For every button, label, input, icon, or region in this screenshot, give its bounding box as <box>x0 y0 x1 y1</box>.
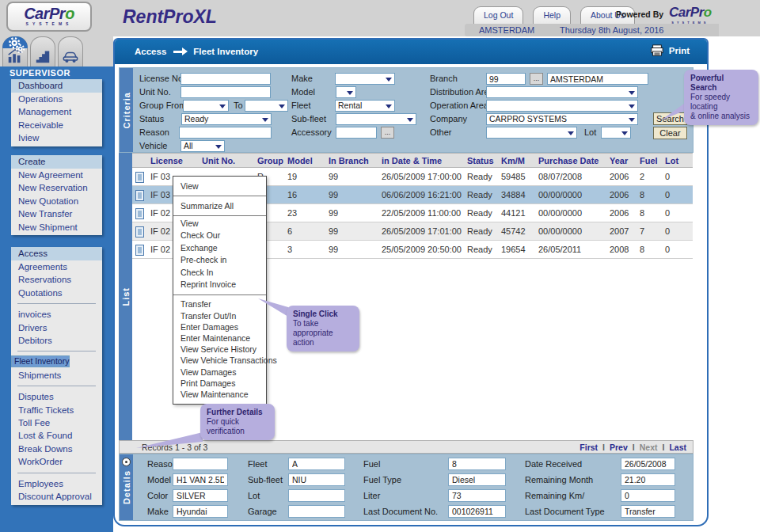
sidebar-item-employees[interactable]: Employees <box>11 477 102 490</box>
sidebar-item-new-transfer[interactable]: New Transfer <box>11 207 102 220</box>
detail-reason-value[interactable] <box>173 458 228 470</box>
detail-model-value[interactable] <box>173 473 228 486</box>
menu-item-enter-damages[interactable]: Enter Damages <box>173 321 266 332</box>
menu-item-reprint-invoice[interactable]: Reprint Invoice <box>173 279 266 291</box>
group-from-select[interactable] <box>183 100 229 112</box>
detail-lot-value[interactable] <box>288 489 345 502</box>
col-purchase-date[interactable]: Purchase Date <box>538 156 598 165</box>
model-select[interactable] <box>336 86 356 98</box>
menu-item-transfer[interactable]: Transfer <box>173 298 266 310</box>
detail-date-received-value[interactable] <box>621 458 675 470</box>
tab-settings[interactable] <box>2 36 28 48</box>
menu-item-transfer-out-in[interactable]: Transfer Out/In <box>173 310 266 321</box>
sidebar-item-traffic-tickets[interactable]: Traffic Tickets <box>11 404 102 416</box>
print-button[interactable]: Print <box>650 44 690 57</box>
sidebar-item-receivable[interactable]: Receivable <box>11 119 102 131</box>
sidebar-item-drivers[interactable]: Drivers <box>11 321 102 334</box>
detail-color-value[interactable] <box>173 489 228 502</box>
license-no-input[interactable] <box>180 73 271 85</box>
collapse-details-button[interactable] <box>122 458 131 466</box>
col-model[interactable]: Model <box>287 156 313 165</box>
pagination-last[interactable]: Last <box>669 443 686 452</box>
accessory-input[interactable] <box>336 127 377 139</box>
tab-statistics[interactable] <box>30 36 55 70</box>
sidebar-item-iview[interactable]: Iview <box>11 131 102 144</box>
menu-item-exchange[interactable]: Exchange <box>173 242 266 254</box>
sidebar-item-shipments[interactable]: Shipments <box>11 369 102 382</box>
detail-remaining-month-value[interactable] <box>621 473 675 486</box>
menu-item-view[interactable]: View <box>173 218 266 230</box>
sidebar-item-agreements[interactable]: Agreements <box>11 260 102 273</box>
pagination-prev[interactable]: Prev <box>610 443 628 452</box>
unit-no-input[interactable] <box>180 86 271 98</box>
vehicle-row-icon[interactable] <box>135 208 144 219</box>
branch-browse-button[interactable]: ... <box>530 73 543 85</box>
menu-item-pre-check-in[interactable]: Pre-check in <box>173 254 266 266</box>
menu-item-check-out[interactable]: Check Our <box>173 230 266 241</box>
vehicle-row-icon[interactable] <box>135 245 144 256</box>
tab-fleet[interactable] <box>58 36 83 70</box>
sidebar-item-new-shipment[interactable]: New Shipment <box>11 221 102 234</box>
sidebar-item-new-agreement[interactable]: New Agreement <box>11 169 102 181</box>
col-in-date-time[interactable]: in Date & Time <box>382 156 442 165</box>
fleet-select[interactable]: Rental <box>335 100 395 112</box>
menu-item-view-maintenance[interactable]: View Maintenance <box>173 389 266 400</box>
status-select[interactable]: Ready <box>181 113 272 125</box>
operation-area-select[interactable] <box>486 100 638 112</box>
sidebar-item-new-quotation[interactable]: New Quotation <box>11 195 102 207</box>
col-group[interactable]: Group <box>257 156 283 165</box>
lot-select[interactable] <box>601 127 631 139</box>
col-unit-no[interactable]: Unit No. <box>202 156 235 165</box>
pagination-first[interactable]: First <box>580 443 598 452</box>
menu-item-view-vehicle-transactions[interactable]: View Vehicle Transactions <box>173 355 266 366</box>
detail-garage-value[interactable] <box>288 505 345 518</box>
clear-button[interactable]: Clear <box>653 127 687 139</box>
sidebar-item-toll-fee[interactable]: Toll Fee <box>11 416 102 429</box>
sidebar-item-workorder[interactable]: WorkOrder <box>11 455 102 468</box>
col-status[interactable]: Status <box>467 156 494 165</box>
sidebar-item-reservations[interactable]: Reservations <box>11 273 102 286</box>
sidebar-item-invoices[interactable]: invoices <box>11 308 102 321</box>
col-in-branch[interactable]: In Branch <box>329 156 369 165</box>
detail-last-doc-no-value[interactable] <box>448 505 506 518</box>
branch-code-input[interactable] <box>486 73 526 85</box>
sidebar-item-management[interactable]: Management <box>11 105 102 118</box>
menu-item-summarize-all[interactable]: Summarize All <box>173 196 266 215</box>
sidebar-item-fleet-inventory[interactable]: Fleet Inventory <box>11 355 70 367</box>
sidebar-item-lost-found[interactable]: Lost & Found <box>11 429 102 442</box>
menu-item-print-damages[interactable]: Print Damages <box>173 378 266 389</box>
col-fuel[interactable]: Fuel <box>640 156 658 165</box>
menu-item-view-service-history[interactable]: View Service History <box>173 344 266 355</box>
company-select[interactable]: CARPRO SYSTEMS <box>486 113 638 125</box>
vehicle-select[interactable]: All <box>180 140 225 152</box>
logout-button[interactable]: Log Out <box>473 6 523 24</box>
detail-make-value[interactable] <box>173 505 228 518</box>
col-year[interactable]: Year <box>610 156 628 165</box>
sidebar-item-new-reservation[interactable]: New Reservation <box>11 181 102 194</box>
reason-input[interactable] <box>179 127 272 139</box>
other-select[interactable] <box>486 127 577 139</box>
sidebar-item-create[interactable]: Create <box>11 155 102 169</box>
branch-name-input[interactable] <box>547 73 648 85</box>
detail-liter-value[interactable] <box>448 489 506 502</box>
col-km[interactable]: Km/M <box>501 156 525 165</box>
group-to-select[interactable] <box>245 100 288 112</box>
subfleet-select[interactable] <box>336 113 416 125</box>
menu-item-view[interactable]: View <box>173 177 266 196</box>
sidebar-item-debitors[interactable]: Debitors <box>11 334 102 347</box>
accessory-browse-button[interactable]: ... <box>381 127 394 139</box>
pagination-next[interactable]: Next <box>640 443 658 452</box>
col-lot[interactable]: Lot <box>665 156 678 165</box>
vehicle-row-icon[interactable] <box>135 226 144 238</box>
menu-item-view-damages[interactable]: View Damages <box>173 367 266 378</box>
detail-fleet-value[interactable] <box>288 458 345 470</box>
sidebar-item-operations[interactable]: Operations <box>11 93 102 105</box>
sidebar-item-disputes[interactable]: Disputes <box>11 390 102 403</box>
vehicle-row-icon[interactable] <box>135 172 144 183</box>
sidebar-item-break-downs[interactable]: Break Downs <box>11 443 102 455</box>
sidebar-item-access[interactable]: Access <box>11 247 102 260</box>
menu-item-enter-maintenance[interactable]: Enter Maintenance <box>173 332 266 344</box>
make-select[interactable] <box>335 73 395 85</box>
detail-fuel-value[interactable] <box>448 458 506 470</box>
sidebar-item-quotations[interactable]: Quotations <box>11 287 102 299</box>
